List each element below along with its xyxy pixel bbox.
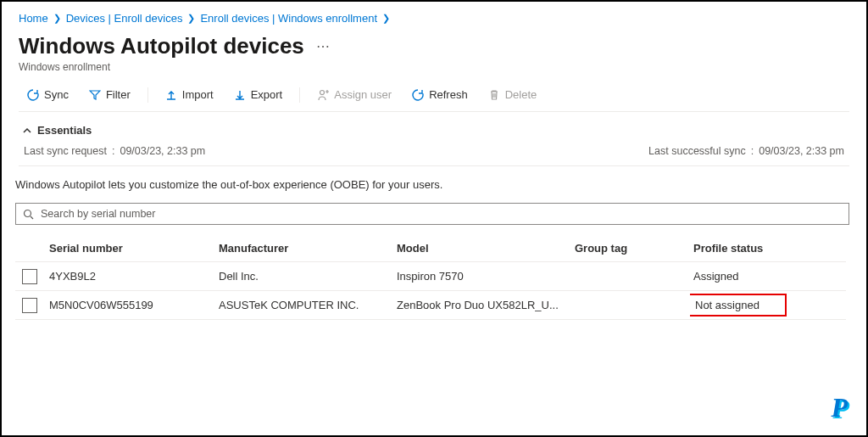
import-button[interactable]: Import bbox=[157, 85, 222, 104]
toolbar-label: Refresh bbox=[429, 88, 468, 101]
toolbar-label: Import bbox=[182, 88, 214, 101]
page-title: Windows Autopilot devices bbox=[19, 33, 304, 59]
table-row[interactable]: M5N0CV06W555199 ASUSTeK COMPUTER INC. Ze… bbox=[15, 291, 846, 320]
search-box[interactable] bbox=[15, 203, 849, 225]
breadcrumb-item-home[interactable]: Home bbox=[19, 12, 48, 25]
svg-point-0 bbox=[320, 90, 325, 94]
toolbar-label: Export bbox=[251, 88, 283, 101]
chevron-right-icon: ❯ bbox=[53, 13, 61, 24]
toolbar-divider bbox=[299, 87, 300, 103]
sync-icon bbox=[27, 89, 39, 101]
col-profile-status[interactable]: Profile status bbox=[690, 242, 846, 255]
cell-manufacturer: ASUSTeK COMPUTER INC. bbox=[215, 299, 393, 311]
sync-button[interactable]: Sync bbox=[19, 85, 77, 104]
device-table: Serial number Manufacturer Model Group t… bbox=[15, 233, 846, 320]
cell-model: Inspiron 7570 bbox=[393, 270, 571, 283]
svg-point-1 bbox=[25, 210, 31, 216]
page-subtitle: Windows enrollment bbox=[19, 61, 849, 73]
watermark-logo: P bbox=[831, 392, 848, 423]
delete-button: Delete bbox=[480, 85, 546, 104]
search-icon bbox=[23, 209, 34, 220]
last-sync-request-value: 09/03/23, 2:33 pm bbox=[120, 145, 205, 157]
toolbar-label: Assign user bbox=[334, 88, 392, 101]
last-successful-sync-value: 09/03/23, 2:33 pm bbox=[759, 145, 844, 157]
import-icon bbox=[165, 89, 177, 101]
search-input[interactable] bbox=[41, 208, 842, 220]
last-sync-request-label: Last sync request bbox=[24, 145, 107, 157]
assign-user-button: Assign user bbox=[309, 85, 400, 104]
filter-button[interactable]: Filter bbox=[81, 85, 139, 104]
essentials-heading: Essentials bbox=[37, 124, 92, 137]
col-group-tag[interactable]: Group tag bbox=[571, 242, 690, 255]
cell-profile-status: Assigned bbox=[693, 270, 738, 283]
cell-model: ZenBook Pro Duo UX582LR_U... bbox=[393, 299, 571, 311]
filter-icon bbox=[89, 89, 101, 101]
toolbar-label: Filter bbox=[106, 88, 131, 101]
page-description: Windows Autopilot lets you customize the… bbox=[15, 166, 849, 203]
breadcrumb-item-enroll[interactable]: Enroll devices | Windows enrollment bbox=[200, 12, 377, 25]
chevron-up-icon bbox=[22, 126, 32, 136]
user-icon bbox=[317, 89, 329, 101]
row-checkbox[interactable] bbox=[22, 298, 37, 313]
export-button[interactable]: Export bbox=[225, 85, 292, 104]
toolbar: Sync Filter Import Export Assign u bbox=[19, 73, 849, 112]
toolbar-label: Delete bbox=[505, 88, 537, 101]
refresh-button[interactable]: Refresh bbox=[403, 85, 476, 104]
breadcrumb: Home ❯ Devices | Enroll devices ❯ Enroll… bbox=[19, 8, 849, 30]
table-row[interactable]: 4YXB9L2 Dell Inc. Inspiron 7570 Assigned bbox=[15, 262, 846, 291]
row-checkbox[interactable] bbox=[22, 269, 37, 284]
toolbar-label: Sync bbox=[44, 88, 69, 101]
chevron-right-icon: ❯ bbox=[382, 13, 390, 24]
essentials-toggle[interactable]: Essentials bbox=[22, 124, 846, 145]
cell-serial: M5N0CV06W555199 bbox=[46, 299, 215, 311]
more-menu-button[interactable]: ⋯ bbox=[316, 38, 331, 54]
cell-manufacturer: Dell Inc. bbox=[215, 270, 393, 283]
chevron-right-icon: ❯ bbox=[187, 13, 195, 24]
col-model[interactable]: Model bbox=[393, 242, 571, 255]
table-header: Serial number Manufacturer Model Group t… bbox=[15, 233, 846, 262]
delete-icon bbox=[488, 89, 500, 101]
essentials-section: Essentials Last sync request : 09/03/23,… bbox=[19, 124, 849, 166]
refresh-icon bbox=[412, 89, 424, 101]
col-manufacturer[interactable]: Manufacturer bbox=[215, 242, 393, 255]
toolbar-divider bbox=[147, 87, 148, 103]
export-icon bbox=[234, 89, 246, 101]
breadcrumb-item-devices[interactable]: Devices | Enroll devices bbox=[66, 12, 183, 25]
col-serial[interactable]: Serial number bbox=[46, 242, 215, 255]
last-successful-sync-label: Last successful sync bbox=[648, 145, 746, 157]
cell-profile-status: Not assigned bbox=[690, 294, 787, 317]
cell-serial: 4YXB9L2 bbox=[46, 270, 215, 283]
